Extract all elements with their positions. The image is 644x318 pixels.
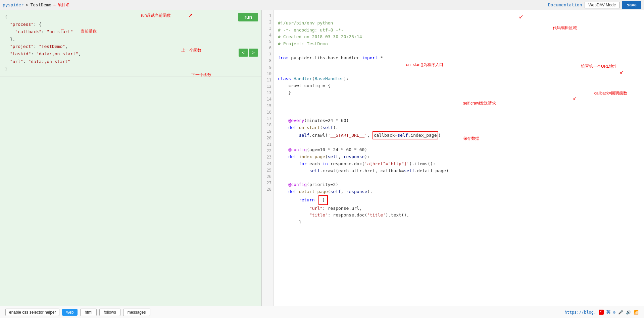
next-function-button[interactable]: > — [249, 49, 258, 57]
json-taskid-line: "taskid": "data:,on_start", — [5, 51, 81, 56]
json-display: { "process": { "callback": "on_start" },… — [0, 10, 261, 76]
line-num-6: 6 — [264, 45, 271, 51]
line-num-18: 18 — [264, 122, 271, 128]
crawl-each-line: self.crawl(each.attr.href, callback=self… — [278, 168, 449, 173]
breadcrumb-project: TestDemo — [30, 2, 51, 7]
bottom-right-area: https://blog. S 英 ⚙ 🎤 🔊 📶 — [564, 309, 639, 315]
header-right: Documentation WebDAV Mode save — [548, 1, 641, 9]
line-num-10: 10 — [264, 71, 271, 77]
for-loop-line: for each in response.doc('a[href^="http"… — [278, 161, 436, 166]
project-comment-line: # Project: TestDemo — [278, 41, 328, 46]
header-left: pyspider > TestDemo ← 项目名 — [3, 2, 70, 8]
network-icon: 📶 — [634, 310, 639, 315]
prev-function-button[interactable]: < — [239, 49, 248, 57]
breadcrumb-separator: > — [26, 2, 29, 7]
index-page-def-line: def index_page(self, response): — [278, 154, 370, 159]
detail-page-def-line: def detail_page(self, response): — [278, 189, 373, 194]
settings-icon: ⚙ — [613, 310, 615, 315]
line-num-19: 19 — [264, 128, 271, 135]
main-area: run调试当前函数 ↗ 当前函数 ← run { "process": { "c… — [0, 10, 644, 306]
line-num-26: 26 — [264, 174, 271, 180]
line-num-21: 21 — [264, 141, 271, 148]
speaker-icon: 🔊 — [626, 310, 631, 315]
crawl-config-line: crawl_config = { — [278, 83, 331, 88]
line-numbers: 1 2 3 4 5 6 7 8 9 10 11 12 13 14 15 16 1… — [262, 10, 274, 306]
line-num-25: 25 — [264, 167, 271, 174]
mic-icon: 🎤 — [618, 310, 623, 315]
webdav-mode-button[interactable]: WebDAV Mode — [585, 2, 620, 8]
line-num-7: 7 — [264, 51, 271, 58]
line-num-4: 4 — [264, 32, 271, 39]
bottom-bar: enable css selector helper web html foll… — [0, 306, 644, 318]
line-num-9: 9 — [264, 64, 271, 71]
left-panel: run调试当前函数 ↗ 当前函数 ← run { "process": { "c… — [0, 10, 262, 306]
json-project-line: "project": "TestDemo", — [5, 44, 68, 49]
line-num-5: 5 — [264, 39, 271, 45]
line-num-23: 23 — [264, 154, 271, 161]
line-num-17: 17 — [264, 116, 271, 122]
line-num-24: 24 — [264, 161, 271, 167]
css-selector-helper-button[interactable]: enable css selector helper — [5, 309, 59, 316]
tab-follows-button[interactable]: follows — [99, 309, 120, 316]
annot-project-name: 项目名 — [58, 2, 70, 8]
return-open-line: return { — [278, 197, 328, 202]
tab-messages-button[interactable]: messages — [123, 309, 150, 316]
run-button-area: run — [238, 13, 258, 21]
line-num-8: 8 — [264, 58, 271, 64]
tab-html-button[interactable]: html — [80, 309, 97, 316]
every-decorator-line: @every(minutes=24 * 60) — [278, 118, 349, 123]
config-age-line: @config(age=10 * 24 * 60 * 60) — [278, 147, 367, 152]
title-return-line: "title": response.doc('title').text(), — [278, 212, 409, 217]
class-def-line: class Handler(BaseHandler): — [278, 76, 349, 81]
created-line: # Created on 2018-03-30 20:25:14 — [278, 34, 362, 39]
json-process-close: }, — [5, 37, 15, 42]
crawl-start-line: self.crawl('__START_URL__', callback=sel… — [278, 133, 441, 138]
line-num-14: 14 — [264, 96, 271, 103]
url-return-line: "url": response.url, — [278, 206, 362, 211]
right-panel: 代码编辑区域 ↙ 填写第一个URL地址 ↙ callback=回调函数 ↙ se… — [262, 10, 644, 306]
line-num-1: 1 — [264, 13, 271, 19]
line-num-20: 20 — [264, 135, 271, 141]
import-line: from pyspider.libs.base_handler import * — [278, 55, 383, 60]
line-num-15: 15 — [264, 103, 271, 109]
run-button[interactable]: run — [238, 13, 258, 21]
json-callback-line: "callback": "on_start" — [5, 29, 73, 34]
line-num-27: 27 — [264, 180, 271, 186]
code-text[interactable]: #!/usr/bin/env python # -*- encoding: ut… — [274, 10, 644, 306]
encoding-line: # -*- encoding: utf-8 -*- — [278, 27, 344, 33]
arrow-project-name: ← — [53, 3, 56, 7]
tab-web-button[interactable]: web — [62, 309, 78, 316]
line-num-28: 28 — [264, 186, 271, 193]
header: pyspider > TestDemo ← 项目名 Documentation … — [0, 0, 644, 10]
return-close-line: } — [278, 219, 301, 225]
json-process-key: "process": { — [5, 22, 42, 27]
save-button[interactable]: save — [622, 1, 641, 9]
config-priority-line: @config(priority=2) — [278, 182, 338, 187]
line-num-2: 2 — [264, 19, 271, 25]
breadcrumb-pyspider-link[interactable]: pyspider — [3, 2, 24, 7]
json-close-brace: } — [5, 66, 7, 71]
line-num-3: 3 — [264, 25, 271, 32]
status-url: https://blog. — [564, 310, 596, 315]
nav-buttons: < > — [239, 49, 258, 57]
line-num-22: 22 — [264, 148, 271, 154]
line-num-13: 13 — [264, 90, 271, 96]
on-start-def-line: def on_start(self): — [278, 125, 338, 130]
crawl-config-close-line: } — [278, 90, 291, 95]
line-num-12: 12 — [264, 83, 271, 90]
keyboard-icon: 英 — [606, 309, 610, 315]
code-editor: 1 2 3 4 5 6 7 8 9 10 11 12 13 14 15 16 1… — [262, 10, 644, 306]
sougou-icon: S — [599, 310, 604, 315]
shebang-line: #!/usr/bin/env python — [278, 20, 333, 25]
json-open-brace: { — [5, 14, 7, 19]
line-num-11: 11 — [264, 77, 271, 83]
line-num-16: 16 — [264, 109, 271, 116]
json-url-line: "url": "data:,on_start" — [5, 59, 70, 64]
documentation-link[interactable]: Documentation — [548, 2, 582, 7]
